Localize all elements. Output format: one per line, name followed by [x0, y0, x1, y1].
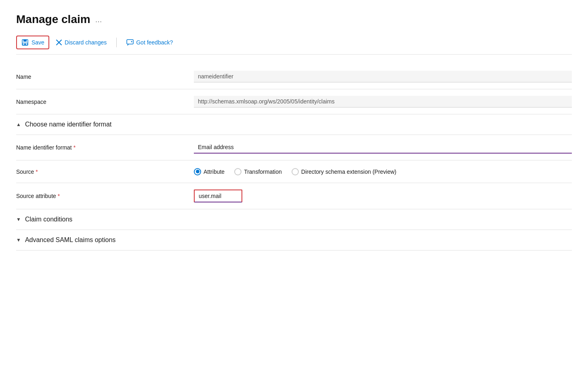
chevron-up-icon: ▲ — [16, 122, 21, 127]
feedback-icon — [126, 39, 134, 46]
svg-point-7 — [131, 41, 132, 42]
transformation-option-label: Transformation — [244, 169, 282, 175]
name-identifier-format-row: Name identifier format * — [16, 135, 572, 160]
discard-icon — [56, 39, 62, 46]
name-input[interactable] — [194, 71, 572, 82]
source-options: Attribute Transformation Directory schem… — [194, 168, 572, 175]
source-attribute-field — [194, 190, 572, 202]
source-row: Source * Attribute Transformation Direct… — [16, 160, 572, 183]
name-field — [194, 71, 572, 82]
feedback-label: Got feedback? — [136, 39, 173, 46]
attribute-option-label: Attribute — [204, 169, 225, 175]
source-attribute-required: * — [58, 193, 60, 199]
source-radio-group: Attribute Transformation Directory schem… — [194, 168, 572, 175]
source-attribute-option[interactable]: Attribute — [194, 168, 225, 175]
source-required: * — [36, 169, 38, 175]
feedback-button[interactable]: Got feedback? — [122, 37, 178, 48]
name-identifier-format-input[interactable] — [194, 141, 572, 154]
source-directory-option[interactable]: Directory schema extension (Preview) — [292, 168, 397, 175]
save-label: Save — [32, 39, 44, 46]
source-attribute-row: Source attribute * — [16, 183, 572, 209]
source-transformation-option[interactable]: Transformation — [234, 168, 282, 175]
attribute-radio-button[interactable] — [194, 168, 201, 175]
discard-label: Discard changes — [65, 39, 107, 46]
svg-rect-3 — [24, 44, 26, 45]
chevron-down-icon-saml: ▼ — [16, 237, 21, 243]
namespace-field — [194, 96, 572, 107]
save-button[interactable]: Save — [16, 36, 49, 49]
svg-rect-6 — [127, 40, 133, 44]
namespace-label: Namespace — [16, 99, 194, 105]
advanced-saml-label: Advanced SAML claims options — [25, 236, 116, 244]
discard-changes-button[interactable]: Discard changes — [51, 37, 111, 48]
advanced-saml-section[interactable]: ▼ Advanced SAML claims options — [16, 230, 572, 251]
name-identifier-format-label: Name identifier format * — [16, 144, 194, 151]
chevron-down-icon-claims: ▼ — [16, 217, 21, 222]
name-identifier-format-field — [194, 141, 572, 154]
source-attribute-input[interactable] — [194, 190, 242, 202]
source-label: Source * — [16, 169, 194, 175]
attribute-radio-dot — [196, 170, 200, 173]
claim-conditions-label: Claim conditions — [25, 216, 72, 223]
directory-option-label: Directory schema extension (Preview) — [301, 169, 397, 175]
source-attribute-label: Source attribute * — [16, 193, 194, 199]
namespace-input[interactable] — [194, 96, 572, 107]
svg-rect-1 — [23, 40, 27, 42]
toolbar-divider — [116, 38, 117, 47]
name-identifier-format-required: * — [74, 144, 76, 151]
toolbar: Save Discard changes Got feedback? — [16, 36, 572, 55]
page-title-container: Manage claim ... — [16, 13, 572, 26]
page-title: Manage claim — [16, 13, 90, 26]
claim-conditions-section[interactable]: ▼ Claim conditions — [16, 209, 572, 230]
name-label: Name — [16, 74, 194, 80]
name-row: Name — [16, 64, 572, 89]
transformation-radio-button[interactable] — [234, 168, 242, 175]
save-icon — [21, 38, 29, 46]
choose-name-identifier-label: Choose name identifier format — [25, 121, 111, 128]
directory-radio-button[interactable] — [292, 168, 299, 175]
namespace-row: Namespace — [16, 89, 572, 114]
choose-name-identifier-section[interactable]: ▲ Choose name identifier format — [16, 114, 572, 135]
title-ellipsis: ... — [95, 15, 102, 24]
